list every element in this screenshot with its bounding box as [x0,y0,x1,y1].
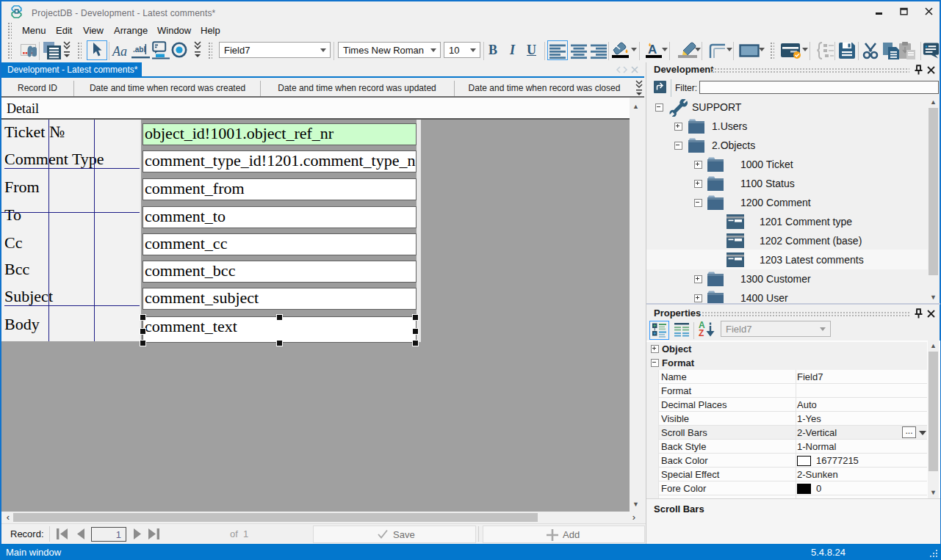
svg-text:.abl: .abl [133,46,145,54]
